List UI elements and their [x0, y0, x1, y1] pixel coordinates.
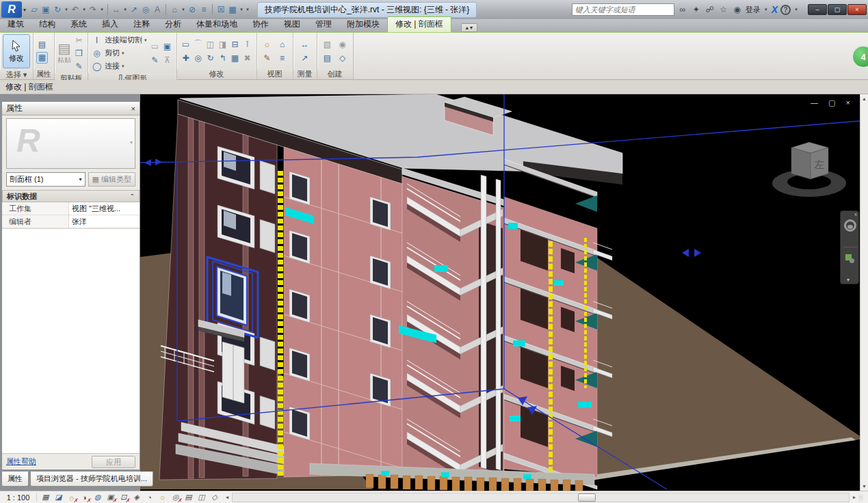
navbar-close-icon[interactable]: x	[854, 211, 857, 217]
default-3d-view-icon[interactable]: ⌂	[169, 3, 180, 16]
show-rendering-dialog-icon[interactable]: ◍	[92, 492, 103, 503]
tab-insert[interactable]: 插入	[94, 17, 126, 32]
aligned-dimension-icon[interactable]: ↗	[129, 3, 140, 16]
cope-button[interactable]: Ⅰ 连接端切割▾	[91, 34, 147, 46]
app-menu-dropdown-icon[interactable]: ▾	[23, 7, 26, 13]
close-hidden-windows-icon[interactable]: ☒	[215, 3, 226, 16]
sync-dropdown-icon[interactable]: ▾	[64, 3, 69, 16]
join-geometry-button[interactable]: ◯ 连接▾	[91, 60, 124, 72]
apply-button[interactable]: 应用	[92, 456, 135, 468]
measure-dropdown-icon[interactable]: ▾	[122, 3, 128, 16]
tab-annotate[interactable]: 注释	[126, 17, 157, 32]
cut-icon[interactable]: ✂	[73, 34, 85, 46]
viewcube[interactable]: 左	[772, 142, 846, 197]
signin-label[interactable]: 登录	[746, 5, 761, 15]
sync-icon[interactable]: ↻	[52, 3, 63, 16]
wall-opening-icon[interactable]: ▭	[149, 40, 161, 52]
identity-data-header[interactable]: 标识数据 ⌃	[2, 190, 140, 202]
cut-geometry-button[interactable]: ◎ 剪切▾	[91, 47, 124, 59]
property-row-edited-by[interactable]: 编辑者 张洋	[2, 215, 140, 228]
crop-view-icon[interactable]: ▣✗	[105, 492, 116, 503]
tab-addins[interactable]: 附加模块	[339, 17, 387, 32]
navbar-chevron-icon[interactable]: ▾	[847, 277, 850, 283]
modify-button[interactable]: 修改	[3, 34, 30, 68]
type-selector-dropdown-icon[interactable]: ▾	[79, 176, 82, 182]
hscroll-right-icon[interactable]: ▸	[850, 494, 858, 500]
delete-icon[interactable]: ✖	[241, 52, 253, 64]
building-model[interactable]	[159, 94, 622, 491]
type-properties-icon[interactable]: ▦	[36, 52, 48, 64]
search-binoculars-icon[interactable]: ∞	[677, 5, 688, 14]
temporary-view-properties-icon[interactable]: ▤	[183, 492, 194, 503]
beam-system-icon[interactable]: ▣	[161, 40, 173, 52]
tab-view[interactable]: 视图	[276, 17, 308, 32]
tab-structure[interactable]: 结构	[31, 17, 63, 32]
edit-type-button[interactable]: ▦ 编辑类型	[88, 172, 135, 187]
sun-path-icon[interactable]: ☼✗	[66, 492, 77, 503]
create-group-icon[interactable]: ▧	[321, 38, 333, 50]
tab-analyze[interactable]: 分析	[157, 17, 189, 32]
reveal-hidden-elements-icon[interactable]: ○	[157, 492, 168, 503]
favorites-star-icon[interactable]: ☆	[718, 5, 729, 14]
signin-dropdown-icon[interactable]: ▾	[763, 3, 769, 16]
split-icon[interactable]: ⊟	[229, 38, 241, 50]
properties-help-link[interactable]: 属性帮助	[6, 457, 36, 467]
steering-wheel-icon[interactable]	[844, 219, 856, 232]
collapse-caret-icon[interactable]: ⌃	[129, 193, 135, 200]
hscroll-left-icon[interactable]: ◂	[223, 494, 231, 500]
constraints-icon[interactable]: ◇	[209, 492, 220, 503]
create-similar-icon[interactable]: ◉	[337, 38, 348, 50]
view-window-controls[interactable]: — ▢ ×	[811, 98, 854, 107]
communication-icon[interactable]: ☍	[705, 5, 715, 14]
demolish-hammer-icon[interactable]: ⊼	[161, 54, 173, 66]
tab-systems[interactable]: 系统	[63, 17, 94, 32]
text-icon[interactable]: A	[152, 3, 163, 16]
locked-3d-view-icon[interactable]: ◈	[131, 492, 142, 503]
notification-badge[interactable]: 4	[852, 45, 868, 68]
exchange-apps-icon[interactable]: X	[772, 4, 778, 15]
tab-modify-section-box[interactable]: 修改 | 剖面框	[387, 16, 451, 32]
search-input[interactable]	[572, 3, 674, 16]
restore-button[interactable]: ▢	[828, 4, 847, 15]
hscroll-thumb[interactable]	[578, 493, 596, 502]
undo-dropdown-icon[interactable]: ▾	[81, 3, 87, 16]
properties-palette-icon[interactable]: ▤	[36, 39, 48, 51]
property-value[interactable]: 张洋	[69, 215, 140, 228]
move-icon[interactable]: ✚	[180, 52, 192, 64]
3d-view-scene[interactable]: 左	[140, 94, 860, 491]
thin-lines-icon[interactable]: ≡	[198, 3, 209, 16]
horizontal-scrollbar[interactable]	[232, 493, 850, 502]
guide-lines-icon[interactable]: ≡	[276, 52, 288, 64]
resize-grip[interactable]: ░	[858, 494, 868, 501]
tab-architecture[interactable]: 建筑	[0, 17, 31, 32]
vertical-scrollbar[interactable]: ▲ ▼	[860, 94, 868, 491]
property-value[interactable]: 视图 "三维视...	[69, 202, 140, 215]
minimize-button[interactable]: –	[808, 4, 827, 15]
drawing-area[interactable]: 左 — ▢ × x ▾	[140, 94, 860, 491]
subscription-key-icon[interactable]: ✦	[691, 5, 702, 14]
scroll-down-icon[interactable]: ▼	[862, 482, 867, 491]
revit-logo[interactable]: R	[1, 1, 22, 18]
zoom-icon[interactable]	[845, 254, 852, 261]
scroll-up-icon[interactable]: ▲	[862, 94, 867, 103]
lightbulb-icon[interactable]: ☼	[261, 38, 273, 50]
switch-windows-dropdown-icon[interactable]: ▾	[239, 3, 244, 16]
customize-qat-icon[interactable]: ▾	[245, 3, 250, 16]
3d-view-dropdown-icon[interactable]: ▾	[181, 3, 186, 16]
panel-label-select[interactable]: 选择 ▾	[0, 70, 33, 79]
measure-icon[interactable]: ↔	[111, 3, 122, 16]
tab-massing-site[interactable]: 体量和场地	[189, 17, 245, 32]
aligned-dim-icon[interactable]: ↗	[299, 52, 311, 64]
save-icon[interactable]: ▣	[40, 3, 51, 16]
tab-project-browser[interactable]: 项目浏览器 - 技师学院机电培训...	[30, 472, 153, 487]
switch-windows-icon[interactable]: ▦	[227, 3, 238, 16]
ribbon-minimize-button[interactable]: ▴ ▾	[461, 23, 477, 32]
mirror-axis-icon[interactable]: ◫	[205, 38, 216, 50]
undo-icon[interactable]: ↶	[70, 3, 81, 16]
open-icon[interactable]: ▱	[29, 3, 40, 16]
copy-icon[interactable]: ❐	[73, 47, 85, 59]
redo-dropdown-icon[interactable]: ▾	[99, 3, 105, 16]
signin-person-icon[interactable]: ◉	[732, 5, 743, 14]
array-icon[interactable]: ▦	[229, 52, 241, 64]
detail-level-icon[interactable]: ▦	[40, 492, 51, 503]
